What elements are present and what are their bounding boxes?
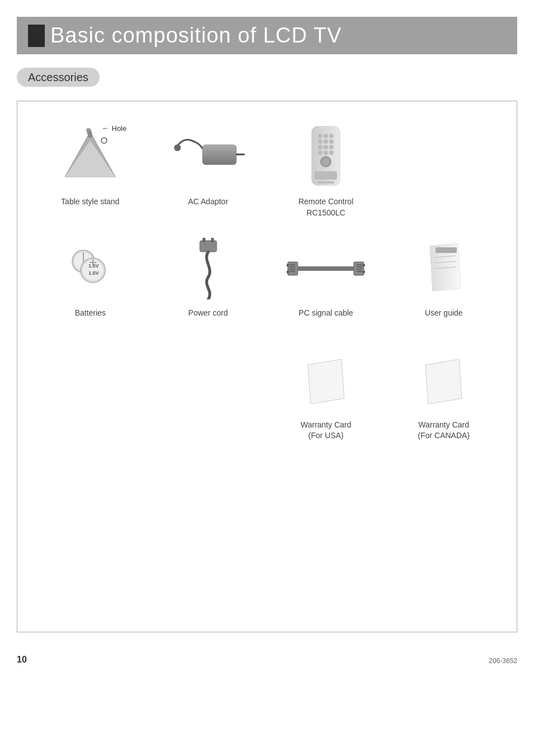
pc-signal-cable-icon (287, 252, 365, 285)
remote-control-icon (306, 124, 345, 191)
svg-point-18 (324, 145, 328, 149)
user-guide-icon (421, 241, 466, 297)
accessory-remote-control: Remote ControlRC1500LC (270, 124, 382, 218)
page-number: 10 (17, 655, 27, 665)
svg-rect-41 (287, 271, 289, 273)
svg-rect-37 (203, 238, 205, 242)
batteries-label: Batteries (75, 308, 106, 319)
svg-point-13 (329, 134, 334, 138)
svg-rect-49 (363, 271, 365, 273)
svg-text:1.5V: 1.5V (88, 263, 99, 269)
svg-rect-26 (317, 181, 334, 184)
accessory-warranty-usa: Warranty Card(For USA) (270, 347, 382, 442)
table-stand-label: Table style stand (61, 196, 119, 208)
pc-signal-cable-label: PC signal cable (299, 308, 353, 319)
svg-point-11 (318, 134, 322, 138)
svg-rect-40 (287, 264, 289, 266)
svg-rect-53 (357, 271, 362, 272)
user-guide-label: User guide (425, 308, 463, 319)
accessory-ac-adaptor: AC Adaptor (152, 124, 265, 218)
accessory-pc-signal-cable: PC signal cable (270, 235, 382, 319)
warranty-canada-icon (423, 356, 465, 404)
hole-arrow-icon: ← (102, 124, 110, 133)
warranty-usa-icon (305, 356, 347, 404)
svg-point-12 (324, 134, 328, 138)
accessory-table-stand: ← Hole Table style stand (34, 124, 147, 218)
power-cord-label: Power cord (188, 308, 228, 319)
svg-point-21 (324, 151, 328, 155)
svg-rect-43 (289, 266, 295, 267)
hole-label: Hole (112, 124, 127, 133)
accessory-batteries: 1.5V 1.5V Batteries (34, 235, 147, 319)
svg-rect-46 (298, 266, 354, 271)
svg-point-5 (174, 144, 181, 151)
svg-point-16 (329, 139, 334, 144)
svg-marker-1 (65, 140, 115, 177)
batteries-icon: 1.5V 1.5V (62, 243, 118, 294)
page-header: Basic composition of LCD TV (17, 17, 517, 54)
warranty-usa-label: Warranty Card(For USA) (301, 420, 352, 442)
svg-rect-59 (435, 247, 457, 253)
accessories-section-label: Accessories (17, 71, 100, 84)
content-box: ← Hole Table style stand (17, 101, 517, 632)
doc-number: 206-3652 (489, 657, 517, 665)
svg-point-15 (324, 139, 328, 144)
remote-control-label: Remote ControlRC1500LC (298, 196, 353, 218)
svg-marker-61 (425, 359, 462, 404)
svg-rect-38 (211, 238, 214, 242)
svg-point-3 (86, 128, 91, 132)
svg-rect-48 (363, 264, 365, 266)
svg-rect-36 (200, 241, 217, 252)
svg-rect-52 (357, 269, 362, 270)
hole-annotation: ← Hole (102, 124, 127, 133)
svg-point-4 (101, 138, 107, 143)
power-cord-icon (186, 238, 231, 299)
ac-adaptor-icon (172, 129, 245, 185)
svg-rect-25 (315, 171, 337, 180)
accessory-warranty-canada: Warranty Card(For CANADA) (388, 347, 500, 442)
svg-marker-60 (308, 359, 344, 404)
table-stand-icon (59, 126, 121, 188)
svg-point-22 (329, 151, 334, 155)
header-black-box (28, 25, 45, 47)
svg-text:1.5V: 1.5V (88, 270, 99, 276)
ac-adaptor-label: AC Adaptor (188, 196, 228, 208)
page-title: Basic composition of LCD TV (50, 24, 506, 48)
svg-rect-7 (203, 145, 236, 165)
accessory-user-guide: User guide (388, 235, 500, 319)
svg-point-17 (318, 145, 322, 149)
accessory-power-cord: Power cord (152, 235, 265, 319)
svg-rect-50 (357, 264, 362, 265)
svg-point-19 (329, 145, 334, 149)
svg-rect-51 (357, 266, 362, 267)
svg-point-20 (318, 151, 322, 155)
svg-rect-44 (289, 269, 295, 270)
svg-rect-45 (289, 271, 295, 272)
svg-point-24 (322, 158, 330, 166)
svg-point-14 (318, 139, 322, 144)
svg-rect-42 (289, 264, 295, 265)
page-footer: 10 206-3652 (0, 649, 534, 670)
warranty-canada-label: Warranty Card(For CANADA) (418, 420, 470, 442)
